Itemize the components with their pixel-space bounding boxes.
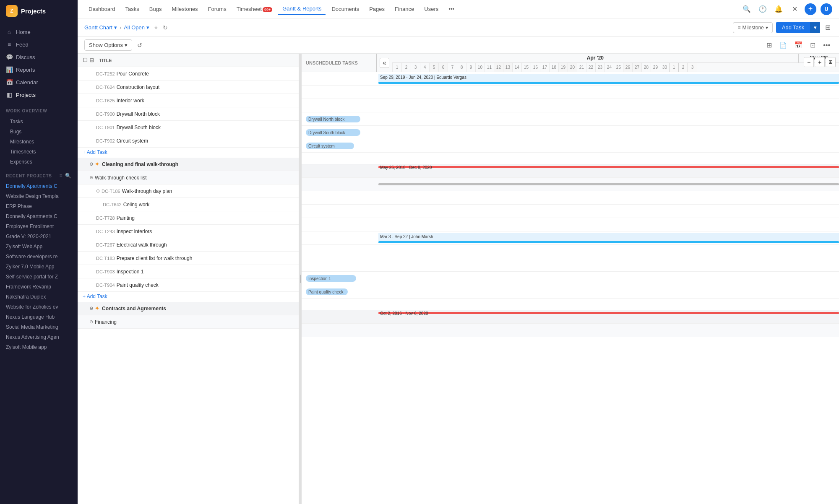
toolbar-expand-icon[interactable]: ⊡	[808, 40, 818, 50]
sidebar-item-projects[interactable]: ◧ Projects	[0, 88, 78, 101]
toolbar-reset-btn[interactable]: ↺	[135, 40, 144, 50]
topnav-milestones[interactable]: Milestones	[167, 3, 202, 15]
add-task-link-2[interactable]: + Add Task	[78, 292, 299, 302]
breadcrumb-refresh-btn[interactable]: ↻	[163, 24, 168, 31]
topnav-tasks[interactable]: Tasks	[121, 3, 143, 15]
work-overview-milestones[interactable]: Milestones	[0, 137, 78, 147]
app-logo: Z	[6, 5, 18, 17]
gantt-collapse-icon[interactable]: ⊟	[89, 57, 94, 63]
toolbar-more-icon[interactable]: •••	[821, 40, 832, 50]
work-overview-tasks[interactable]: Tasks	[0, 117, 78, 127]
close-icon-btn[interactable]: ✕	[789, 3, 800, 15]
recent-project-website2[interactable]: Website for Zoholics ev	[0, 302, 78, 312]
topnav-dashboard[interactable]: Dashboard	[84, 3, 120, 15]
top-bar-date-label: Sep 29, 2019 - Jun 24, 2020 | Eduardo Va…	[380, 75, 466, 80]
zoom-in-btn[interactable]: +	[815, 57, 825, 67]
task-label: Drywall North block	[117, 111, 160, 117]
financing-expand-icon[interactable]: ⊖	[89, 319, 93, 325]
show-options-btn[interactable]: Show Options ▾	[84, 39, 132, 51]
breadcrumb-gantt[interactable]: Gantt Chart ▾	[84, 24, 117, 31]
recent-project-nexus[interactable]: Nexus Language Hub	[0, 312, 78, 322]
top-navigation: Dashboard Tasks Bugs Milestones Forums T…	[78, 0, 839, 18]
recent-project-erp[interactable]: ERP Phase	[0, 201, 78, 211]
topnav-finance[interactable]: Finance	[391, 3, 418, 15]
section-red-bar	[378, 166, 839, 168]
recent-project-selfservice[interactable]: Self-service portal for Z	[0, 272, 78, 282]
recent-project-nakshatra[interactable]: Nakshatra Duplex	[0, 292, 78, 302]
toolbar-grid-icon[interactable]: ⊞	[764, 40, 774, 50]
recent-project-zylsoft-mobile[interactable]: Zylsoft Mobile app	[0, 342, 78, 352]
toolbar-export-pdf-icon[interactable]: 📄	[777, 41, 789, 50]
gantt-section-contracts: ⊖ ✦ Contracts and Agreements	[78, 302, 299, 315]
gantt-select-all-icon[interactable]: ☐	[83, 57, 88, 63]
recent-projects-settings-icon[interactable]: ≡	[59, 173, 63, 179]
topnav-timesheet-label: Timesheet	[237, 6, 262, 12]
add-task-btn[interactable]: Add Task	[776, 22, 810, 33]
sidebar-item-reports[interactable]: 📊 Reports	[0, 63, 78, 76]
add-task-dropdown-btn[interactable]: ▾	[810, 22, 820, 33]
user-avatar[interactable]: U	[821, 3, 832, 15]
gantt-contracts-section-row: Oct 2, 2016 - Nov 6, 2020	[302, 310, 839, 324]
sidebar-item-feed[interactable]: ≡ Feed	[0, 38, 78, 51]
topnav-users[interactable]: Users	[420, 3, 443, 15]
recent-project-employee[interactable]: Employee Enrollment	[0, 221, 78, 231]
recent-project-website[interactable]: Website Design Templa	[0, 191, 78, 201]
task-label: Walk-through day plan	[122, 188, 172, 194]
recent-project-software[interactable]: Software developers re	[0, 252, 78, 262]
recent-project-grade[interactable]: Grade V: 2020-2021	[0, 231, 78, 242]
task-expand-icon[interactable]: ⊕	[96, 188, 100, 194]
recent-project-zylsoft[interactable]: Zylsoft Web App	[0, 242, 78, 252]
recent-project-framework[interactable]: Framework Revamp	[0, 282, 78, 292]
section-expand-icon[interactable]: ⊖	[89, 161, 93, 167]
recent-project-donnelly2[interactable]: Donnelly Apartments C	[0, 211, 78, 221]
work-overview-bugs[interactable]: Bugs	[0, 127, 78, 137]
recent-projects-search-icon[interactable]: 🔍	[65, 173, 72, 179]
global-add-btn[interactable]: +	[805, 3, 816, 15]
sidebar-item-home[interactable]: ⌂ Home	[0, 26, 78, 38]
zoom-fit-btn[interactable]: ⊞	[826, 57, 836, 67]
toolbar-calendar-icon[interactable]: 📅	[792, 40, 805, 50]
sidebar-item-calendar[interactable]: 📅 Calendar	[0, 76, 78, 88]
table-row: DC-T642 Celing work	[78, 198, 299, 211]
sidebar-nav: ⌂ Home ≡ Feed 💬 Discuss 📊 Reports 📅 Cale…	[0, 22, 78, 104]
milestone-filter-btn[interactable]: ≡ Milestone ▾	[733, 22, 772, 33]
topnav-pages[interactable]: Pages	[365, 3, 389, 15]
section-expand-icon-2[interactable]: ⊖	[89, 306, 93, 311]
topnav-gantt[interactable]: Gantt & Reports	[278, 3, 326, 15]
gantt-right-panel[interactable]: UNSCHEDULED TASKS « Apr '20 May '20 1234…	[302, 54, 839, 504]
recent-project-zylker[interactable]: Zylker 7.0 Mobile App	[0, 262, 78, 272]
clock-icon-btn[interactable]: 🕐	[757, 3, 769, 15]
topnav-forums[interactable]: Forums	[204, 3, 231, 15]
gantt-body-row: Mar 3 - Sep 22 | John Marsh	[302, 231, 839, 245]
topnav-documents[interactable]: Documents	[327, 3, 363, 15]
recent-project-social[interactable]: Social Media Marketing	[0, 322, 78, 332]
search-icon-btn[interactable]: 🔍	[741, 3, 753, 15]
calendar-icon: 📅	[6, 79, 13, 86]
breadcrumb-star-btn[interactable]: ★	[154, 24, 159, 31]
subsection-expand-icon[interactable]: ⊖	[89, 175, 93, 180]
add-task-link[interactable]: + Add Task	[78, 148, 299, 158]
filter-icon-btn[interactable]: ⊞	[823, 22, 832, 33]
gantt-body-row	[302, 99, 839, 112]
sidebar-header: Z Projects	[0, 0, 78, 22]
topnav-timesheet[interactable]: Timesheet99+	[232, 3, 277, 15]
breadcrumb-current-label: All Open	[124, 24, 145, 31]
sidebar-item-discuss[interactable]: 💬 Discuss	[0, 51, 78, 63]
task-label: Inspection 1	[117, 269, 144, 275]
table-row: DC-T904 Paint quality check	[78, 278, 299, 292]
zoom-out-btn[interactable]: −	[804, 57, 814, 67]
topnav-bugs[interactable]: Bugs	[145, 3, 166, 15]
work-overview-expenses[interactable]: Expenses	[0, 157, 78, 167]
timeline-nav-left-btn[interactable]: «	[380, 58, 389, 68]
topnav-more[interactable]: •••	[444, 3, 459, 15]
recent-project-nexus-adv[interactable]: Nexus Advertising Agen	[0, 332, 78, 342]
gantt-section-timeline-row: May 25, 2018 - Dec 8, 2020	[302, 164, 839, 178]
task-id: DC-T267	[96, 242, 115, 247]
bell-icon-btn[interactable]: 🔔	[773, 3, 784, 15]
circuit-system-bar-label: Circuit system	[308, 144, 335, 148]
breadcrumb-current[interactable]: All Open ▾	[124, 24, 149, 31]
work-overview-timesheets[interactable]: Timesheets	[0, 147, 78, 157]
work-overview-items: Tasks Bugs Milestones Timesheets Expense…	[0, 115, 78, 169]
table-row: DC-T728 Painting	[78, 211, 299, 225]
recent-project-donnelly1[interactable]: Donnelly Apartments C	[0, 181, 78, 191]
